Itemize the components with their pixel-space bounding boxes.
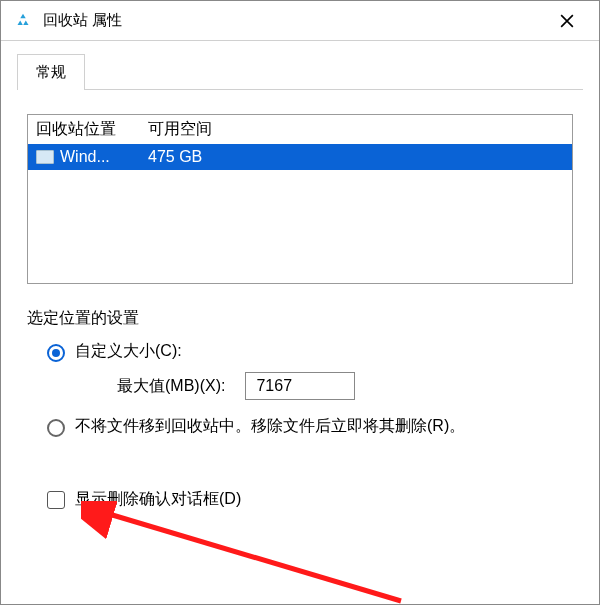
radio-no-move-label: 不将文件移到回收站中。移除文件后立即将其删除(R)。 — [75, 416, 465, 437]
radio-custom-size[interactable]: 自定义大小(C): — [27, 337, 573, 366]
location-list[interactable]: 回收站位置 可用空间 Wind... 475 GB — [27, 114, 573, 284]
tabs: 常规 — [1, 41, 599, 89]
max-size-label: 最大值(MB)(X): — [117, 376, 225, 397]
checkbox-confirm-label: 显示删除确认对话框(D) — [75, 489, 241, 510]
row-space: 475 GB — [148, 148, 564, 166]
list-row[interactable]: Wind... 475 GB — [28, 144, 572, 170]
radio-no-move[interactable]: 不将文件移到回收站中。移除文件后立即将其删除(R)。 — [27, 412, 573, 441]
checkbox-icon — [47, 491, 65, 509]
radio-icon — [47, 419, 65, 437]
close-button[interactable] — [547, 1, 587, 41]
radio-group: 自定义大小(C): 最大值(MB)(X): 不将文件移到回收站中。移除文件后立即… — [27, 337, 573, 441]
max-size-row: 最大值(MB)(X): — [27, 366, 573, 406]
list-header: 回收站位置 可用空间 — [28, 115, 572, 144]
tab-general[interactable]: 常规 — [17, 54, 85, 90]
settings-section-label: 选定位置的设置 — [27, 308, 573, 329]
recycle-bin-icon — [13, 11, 33, 31]
folder-icon — [36, 150, 54, 164]
max-size-input[interactable] — [245, 372, 355, 400]
content-area: 回收站位置 可用空间 Wind... 475 GB 选定位置的设置 自定义大小(… — [17, 89, 583, 520]
header-space: 可用空间 — [148, 119, 564, 140]
row-name: Wind... — [60, 148, 148, 166]
titlebar: 回收站 属性 — [1, 1, 599, 41]
window-title: 回收站 属性 — [43, 11, 122, 30]
radio-icon — [47, 344, 65, 362]
checkbox-confirm-delete[interactable]: 显示删除确认对话框(D) — [27, 489, 573, 510]
header-location: 回收站位置 — [36, 119, 148, 140]
radio-custom-size-label: 自定义大小(C): — [75, 341, 182, 362]
svg-line-0 — [99, 511, 401, 601]
